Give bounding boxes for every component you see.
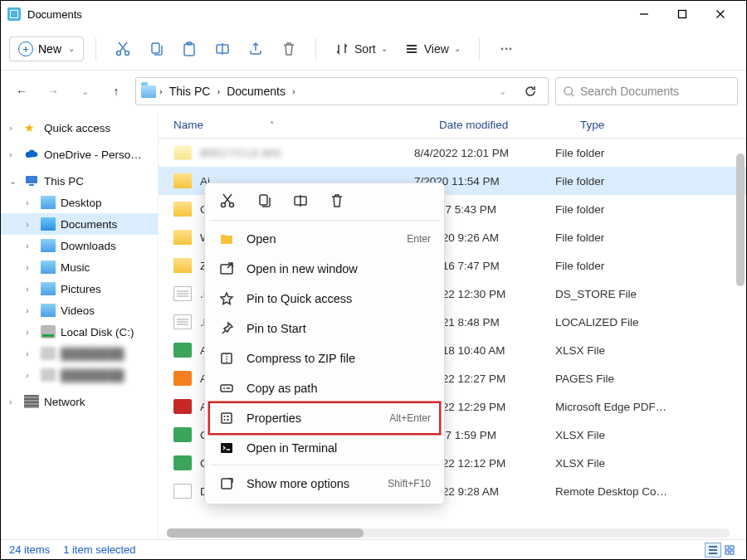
separator xyxy=(315,38,316,60)
folder-icon xyxy=(173,173,192,188)
folder-icon xyxy=(173,258,192,273)
rename-icon[interactable] xyxy=(291,192,310,210)
sidebar-item-quick-access[interactable]: ›★Quick access xyxy=(1,117,158,139)
forward-button[interactable]: → xyxy=(41,79,66,104)
close-button[interactable] xyxy=(701,1,740,27)
status-bar: 24 items 1 item selected xyxy=(1,539,746,559)
ctx-copy-path[interactable]: Copy as path xyxy=(210,373,439,403)
cloud-icon xyxy=(24,148,39,161)
vertical-scrollbar[interactable] xyxy=(735,137,746,524)
scrollbar-thumb[interactable] xyxy=(736,153,745,286)
ctx-pin-start[interactable]: Pin to Start xyxy=(210,314,439,343)
ctx-show-more[interactable]: Show more options Shift+F10 xyxy=(210,469,439,499)
xlsx-icon xyxy=(173,455,192,470)
column-type[interactable]: Type xyxy=(580,119,746,131)
up-button[interactable]: ↑ xyxy=(104,79,129,104)
copy-button[interactable] xyxy=(141,34,171,64)
ctx-open-terminal[interactable]: Open in Terminal xyxy=(210,433,439,463)
file-date: 8/4/2022 12:01 PM xyxy=(414,147,555,159)
navigation-sidebar: ›★Quick access ›OneDrive - Perso… ⌄This … xyxy=(1,112,159,541)
file-type: File folder xyxy=(555,231,746,244)
rdp-icon xyxy=(173,484,192,499)
new-button[interactable]: + New ⌄ xyxy=(9,37,84,61)
paste-button[interactable] xyxy=(174,34,204,64)
delete-button[interactable] xyxy=(274,34,304,64)
cut-icon[interactable] xyxy=(218,192,237,210)
search-box[interactable] xyxy=(555,77,738,105)
search-icon xyxy=(563,85,575,98)
search-input[interactable] xyxy=(580,85,730,98)
sidebar-item-music[interactable]: ›Music xyxy=(1,256,158,278)
minimize-button[interactable] xyxy=(625,1,663,27)
xlsx-icon xyxy=(173,427,192,442)
separator xyxy=(479,38,480,60)
pin-icon xyxy=(218,320,235,337)
svg-rect-24 xyxy=(222,479,232,489)
breadcrumb-documents[interactable]: Documents xyxy=(223,85,289,98)
breadcrumb-this-pc[interactable]: This PC xyxy=(166,85,214,98)
ctx-open-new-window[interactable]: Open in new window xyxy=(210,254,439,284)
sidebar-item-pictures[interactable]: ›Pictures xyxy=(1,278,158,299)
sidebar-item-network[interactable]: ›Network xyxy=(1,391,158,412)
plus-circle-icon: + xyxy=(18,41,33,56)
sort-ascending-icon: ˄ xyxy=(270,120,274,129)
scrollbar-thumb[interactable] xyxy=(167,528,364,538)
folder-icon xyxy=(41,239,56,252)
svg-rect-0 xyxy=(679,11,686,18)
file-type: PAGES File xyxy=(555,373,746,385)
copy-icon[interactable] xyxy=(255,192,273,210)
sidebar-item-this-pc[interactable]: ⌄This PC xyxy=(1,170,158,192)
file-type: DS_STORE File xyxy=(555,288,746,300)
file-name: $RECYCLE.BIN xyxy=(200,147,281,159)
column-name[interactable]: Name xyxy=(173,119,203,131)
svg-rect-25 xyxy=(725,546,729,549)
sidebar-item-local-disk[interactable]: ›Local Disk (C:) xyxy=(1,321,158,343)
svg-point-10 xyxy=(564,86,572,94)
ctx-compress[interactable]: Compress to ZIP file xyxy=(210,343,439,373)
column-date[interactable]: Date modified xyxy=(439,119,580,131)
svg-rect-20 xyxy=(222,413,232,423)
file-icon xyxy=(173,314,192,329)
address-bar[interactable]: › This PC › Documents › ⌄ xyxy=(135,77,549,105)
sidebar-item-videos[interactable]: ›Videos xyxy=(1,299,158,321)
ctx-open[interactable]: Open Enter xyxy=(210,224,439,254)
svg-rect-15 xyxy=(260,195,267,205)
delete-icon[interactable] xyxy=(328,192,346,210)
share-button[interactable] xyxy=(241,34,271,64)
sidebar-item-desktop[interactable]: ›Desktop xyxy=(1,192,158,213)
address-dropdown-button[interactable]: ⌄ xyxy=(490,79,515,104)
sort-icon xyxy=(334,41,349,56)
more-options-button[interactable] xyxy=(491,34,521,64)
refresh-button[interactable] xyxy=(518,79,543,104)
recent-locations-button[interactable]: ⌄ xyxy=(72,79,97,104)
rename-button[interactable] xyxy=(208,34,237,64)
maximize-button[interactable] xyxy=(663,1,701,27)
sidebar-item-blurred-1[interactable]: ›████████ xyxy=(1,343,158,364)
details-view-button[interactable] xyxy=(705,543,721,558)
folder-icon xyxy=(41,261,56,274)
column-headers[interactable]: Name˄ Date modified Type xyxy=(159,112,746,139)
sidebar-item-documents[interactable]: ›Documents xyxy=(1,213,158,235)
folder-icon xyxy=(41,282,56,295)
back-button[interactable]: ← xyxy=(9,79,34,104)
sort-button[interactable]: Sort ⌄ xyxy=(328,37,394,61)
thumbnails-view-button[interactable] xyxy=(721,543,738,558)
svg-rect-17 xyxy=(221,265,232,274)
sidebar-item-blurred-2[interactable]: ›████████ xyxy=(1,364,158,386)
new-label: New xyxy=(38,42,61,56)
svg-rect-28 xyxy=(730,551,734,554)
svg-point-22 xyxy=(224,419,226,421)
sidebar-item-onedrive[interactable]: ›OneDrive - Perso… xyxy=(1,144,158,165)
svg-rect-4 xyxy=(184,44,194,56)
svg-point-1 xyxy=(117,51,121,55)
cut-button[interactable] xyxy=(108,34,138,64)
ctx-properties[interactable]: Properties Alt+Enter xyxy=(210,403,439,433)
ctx-pin-quick-access[interactable]: Pin to Quick access xyxy=(210,284,439,314)
file-row[interactable]: $RECYCLE.BIN8/4/2022 12:01 PMFile folder xyxy=(159,139,746,167)
disk-icon xyxy=(41,325,56,338)
view-button[interactable]: View ⌄ xyxy=(398,37,467,61)
new-window-icon xyxy=(218,261,235,277)
folder-icon xyxy=(173,202,192,217)
horizontal-scrollbar[interactable] xyxy=(167,528,730,538)
sidebar-item-downloads[interactable]: ›Downloads xyxy=(1,235,158,256)
